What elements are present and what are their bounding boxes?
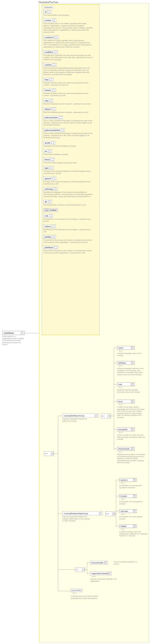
attribute-desc: The type of the concept assigned as cont… — [44, 181, 93, 185]
attribute-name: why... — [44, 99, 53, 102]
attributes-container: attributes id...The local identifier of … — [42, 4, 100, 335]
attribute-desc: The type of the concept assigned as cont… — [44, 170, 93, 174]
group-desc: A group of properties required to indica… — [62, 516, 90, 522]
attribute-name: jobtitle... — [44, 235, 56, 239]
attribute-desc: If set to true the corresponding propert… — [44, 67, 93, 76]
collapse-icon[interactable]: − — [82, 568, 84, 571]
attribute-name: how... — [44, 78, 54, 82]
expand-icon[interactable]: + — [133, 495, 136, 497]
attribute-name: pubconstraint... — [44, 116, 62, 119]
child-remoteinfo: remoteInfo+ — [117, 428, 135, 431]
expand-icon[interactable]: + — [131, 346, 134, 349]
attribute: how...Indicates by which means the value… — [44, 78, 93, 86]
choice-icon — [76, 568, 79, 571]
occurrence: 0..∞ — [121, 513, 124, 515]
child-note: note+ — [117, 382, 135, 386]
attribute: whyuri...Why the metadata has been inclu… — [44, 107, 93, 114]
child-organisationdetails: organisationDetails+ — [90, 572, 112, 575]
ellipsis-icon: ... — [52, 19, 55, 22]
ellipsis-icon: ... — [52, 64, 55, 66]
occurrence: 0..∞ — [73, 592, 76, 594]
occurrence: 0..∞ — [119, 451, 122, 453]
child-desc: An identifier of a more generic concept. — [119, 501, 148, 505]
attribute-desc: Specifies the language of this property … — [44, 191, 93, 198]
sequence-node: − — [101, 414, 111, 418]
group-desc: A group of properties required to define… — [62, 418, 90, 422]
expand-icon[interactable]: + — [133, 510, 136, 512]
child-desc: A set of properties specific to a person — [114, 561, 140, 565]
attribute: jobtitle...The job title of the person w… — [44, 235, 93, 244]
choice-node: − — [75, 567, 85, 572]
child-desc: An identifier of a concept with equivale… — [119, 484, 148, 489]
ellipsis-icon: ... — [51, 142, 54, 144]
collapse-icon[interactable]: − — [108, 415, 110, 417]
expand-icon[interactable]: + — [131, 362, 134, 364]
child-sameas: sameAs+ — [119, 478, 137, 482]
expand-icon[interactable]: + — [131, 383, 134, 386]
root-desc: A party (person or organisation) which m… — [2, 336, 25, 346]
sequence-node-main: − — [44, 451, 54, 456]
expand-icon[interactable]: + — [133, 525, 136, 527]
ellipsis-icon: ... — [50, 78, 52, 81]
extension-any: any ##other — [71, 589, 82, 592]
ellipsis-icon: ... — [54, 246, 57, 248]
expand-icon[interactable]: + — [131, 428, 134, 430]
attribute-desc: The directionality of textual content (e… — [44, 204, 93, 206]
ellipsis-icon: ... — [50, 100, 52, 102]
attribute-name: modified... — [44, 50, 58, 54]
attribute: dir...The directionality of textual cont… — [44, 200, 93, 206]
ellipsis-icon: ... — [51, 158, 54, 161]
ellipsis-icon: ... — [48, 200, 51, 203]
ellipsis-icon: ... — [52, 177, 55, 180]
collapse-icon[interactable]: − — [99, 512, 102, 515]
ellipsis-icon: ... — [54, 188, 56, 190]
attribute-desc: The date (and, optionally, the time) whe… — [44, 54, 93, 61]
expand-icon[interactable]: + — [131, 400, 134, 403]
attribute-name: custom... — [44, 63, 56, 66]
ellipsis-icon: ... — [52, 236, 55, 238]
attribute: id...The local identifier of the propert… — [44, 10, 93, 16]
occurrence: 0..∞ — [92, 576, 96, 578]
collapse-icon[interactable]: − — [95, 414, 97, 417]
attribute: jobtitleuri...The job title of the perso… — [44, 246, 93, 254]
expand-icon[interactable]: + — [133, 479, 136, 481]
attribute-desc: Why the metadata has been included - exp… — [44, 111, 93, 114]
child-desc: An identifier of a more specific concept… — [119, 516, 148, 520]
attribute-name: roleuri... — [44, 224, 56, 228]
attribute-desc: The local identifier of the property. — [44, 14, 93, 16]
attribute-name: pubconstrainturi... — [44, 128, 65, 132]
attribute-name: id... — [44, 10, 51, 14]
attribute: pubconstrainturi...One or many constrain… — [44, 128, 93, 139]
expand-icon[interactable]: + — [108, 572, 110, 574]
attribute-name: qcode... — [44, 141, 55, 144]
collapse-icon[interactable]: − — [21, 332, 23, 334]
attribute-name: dir... — [44, 200, 52, 204]
occurrence: 0..∞ — [119, 404, 122, 406]
child-desc: A group of properties specific to an org… — [90, 578, 119, 582]
attribute-desc: A refinement of the semantics of the pro… — [44, 229, 93, 233]
child-narrower: narrower+ — [119, 509, 137, 513]
ellipsis-icon: ... — [61, 129, 64, 131]
attribute: roleuri...A refinement of the semantics … — [44, 224, 93, 233]
expand-icon[interactable]: + — [104, 562, 106, 564]
child-broader: broader+ — [119, 494, 137, 498]
ellipsis-icon: ... — [47, 11, 50, 13]
child-desc: A natural language name for the concept. — [117, 352, 146, 356]
child-desc: A related concept, where the relationshi… — [119, 531, 148, 537]
child-name: name+ — [117, 346, 135, 350]
collapse-icon[interactable]: − — [51, 452, 53, 455]
attribute-name: literal... — [44, 158, 55, 162]
attribute: type...The type of the concept assigned … — [44, 166, 93, 174]
collapse-icon[interactable]: − — [112, 513, 114, 515]
concept-definition-group: ConceptDefinitionGroup − — [62, 414, 98, 418]
child-desc: Additional natural language information … — [117, 389, 146, 393]
child-desc: A link to an item or a web resource whic… — [117, 434, 146, 440]
child-hierarchyinfo: hierarchyInfo+ — [117, 447, 135, 450]
occurrence: 0..∞ — [119, 386, 122, 388]
attribute-name: type... — [44, 166, 54, 170]
child-definition: definition+ — [117, 361, 135, 365]
expand-icon[interactable]: + — [131, 448, 134, 450]
child-persondetails: personDetails+ — [90, 561, 108, 564]
occurrence: 0..∞ — [121, 498, 124, 500]
attribute: any ##other — [44, 208, 93, 212]
